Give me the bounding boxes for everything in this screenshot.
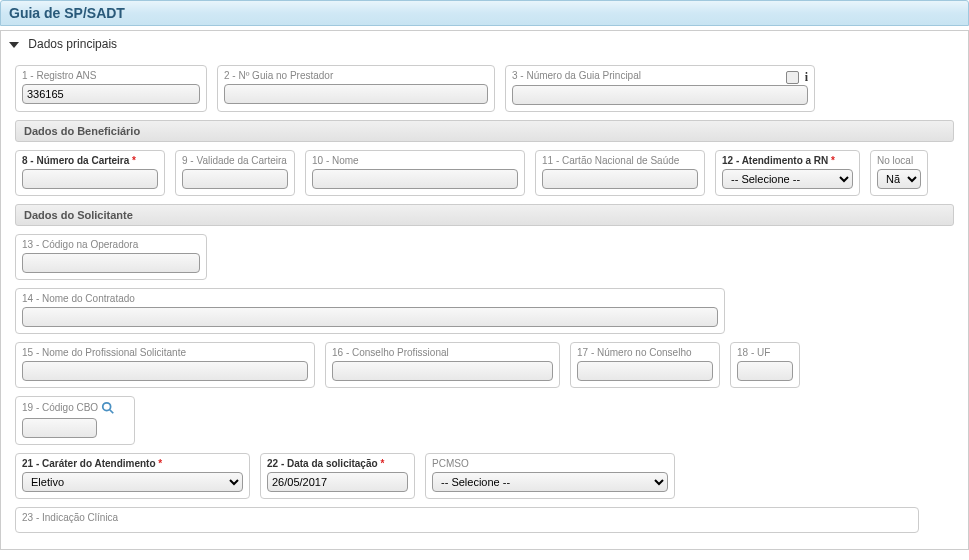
cns-input[interactable] bbox=[542, 169, 698, 189]
guia-principal-checkbox[interactable] bbox=[786, 71, 799, 84]
section-dados-principais: Dados principais 1 - Registro ANS 2 - Nº… bbox=[0, 30, 969, 550]
numero-carteira-input[interactable] bbox=[22, 169, 158, 189]
field-validade-carteira: 9 - Validade da Carteira bbox=[175, 150, 295, 196]
field-codigo-cbo: 19 - Código CBO bbox=[15, 396, 135, 445]
field-uf: 18 - UF bbox=[730, 342, 800, 388]
field-label: 8 - Número da Carteira * bbox=[22, 155, 158, 166]
field-label-text: 3 - Número da Guia Principal bbox=[512, 70, 641, 81]
field-atendimento-rn: 12 - Atendimento a RN * -- Selecione -- bbox=[715, 150, 860, 196]
n-guia-prestador-input[interactable] bbox=[224, 84, 488, 104]
field-label: 23 - Indicação Clínica bbox=[22, 512, 912, 523]
field-label: 12 - Atendimento a RN * bbox=[722, 155, 853, 166]
field-nome-contratado: 14 - Nome do Contratado bbox=[15, 288, 725, 334]
field-label: 1 - Registro ANS bbox=[22, 70, 200, 81]
field-pcmso: PCMSO -- Selecione -- bbox=[425, 453, 675, 499]
uf-input[interactable] bbox=[737, 361, 793, 381]
field-label: 22 - Data da solicitação * bbox=[267, 458, 408, 469]
atendimento-rn-select[interactable]: -- Selecione -- bbox=[722, 169, 853, 189]
carater-atendimento-select[interactable]: Eletivo bbox=[22, 472, 243, 492]
field-cns: 11 - Cartão Nacional de Saúde bbox=[535, 150, 705, 196]
search-icon[interactable] bbox=[101, 402, 115, 413]
field-conselho-profissional: 16 - Conselho Profissional bbox=[325, 342, 560, 388]
page-title: Guia de SP/SADT bbox=[0, 0, 969, 26]
nome-contratado-input[interactable] bbox=[22, 307, 718, 327]
field-label: PCMSO bbox=[432, 458, 668, 469]
field-label: 15 - Nome do Profissional Solicitante bbox=[22, 347, 308, 358]
field-registro-ans: 1 - Registro ANS bbox=[15, 65, 207, 112]
field-label: 2 - Nº Guia no Prestador bbox=[224, 70, 488, 81]
field-nome: 10 - Nome bbox=[305, 150, 525, 196]
section-title: Dados principais bbox=[28, 37, 117, 51]
field-label: 10 - Nome bbox=[312, 155, 518, 166]
field-label: 18 - UF bbox=[737, 347, 793, 358]
field-n-guia-principal: 3 - Número da Guia Principal i bbox=[505, 65, 815, 112]
required-marker: * bbox=[380, 458, 384, 469]
pcmso-select[interactable]: -- Selecione -- bbox=[432, 472, 668, 492]
registro-ans-input[interactable] bbox=[22, 84, 200, 104]
chevron-down-icon bbox=[9, 42, 19, 48]
codigo-cbo-input[interactable] bbox=[22, 418, 97, 438]
field-label: 17 - Número no Conselho bbox=[577, 347, 713, 358]
nome-input[interactable] bbox=[312, 169, 518, 189]
section-toggle-dados-principais[interactable]: Dados principais bbox=[1, 31, 968, 57]
subsection-beneficiario: Dados do Beneficiário bbox=[15, 120, 954, 142]
field-label: 14 - Nome do Contratado bbox=[22, 293, 718, 304]
field-label: 19 - Código CBO bbox=[22, 401, 128, 415]
required-marker: * bbox=[831, 155, 835, 166]
no-local-select[interactable]: Não bbox=[877, 169, 921, 189]
codigo-operadora-input[interactable] bbox=[22, 253, 200, 273]
required-marker: * bbox=[132, 155, 136, 166]
field-label: 16 - Conselho Profissional bbox=[332, 347, 553, 358]
n-guia-principal-input[interactable] bbox=[512, 85, 808, 105]
field-label: 11 - Cartão Nacional de Saúde bbox=[542, 155, 698, 166]
field-codigo-operadora: 13 - Código na Operadora bbox=[15, 234, 207, 280]
validade-carteira-input[interactable] bbox=[182, 169, 288, 189]
svg-line-1 bbox=[110, 410, 114, 414]
field-carater-atendimento: 21 - Caráter do Atendimento * Eletivo bbox=[15, 453, 250, 499]
nome-profissional-input[interactable] bbox=[22, 361, 308, 381]
field-no-local: No local Não bbox=[870, 150, 928, 196]
field-nome-profissional: 15 - Nome do Profissional Solicitante bbox=[15, 342, 315, 388]
field-label: No local bbox=[877, 155, 921, 166]
numero-conselho-input[interactable] bbox=[577, 361, 713, 381]
info-icon[interactable]: i bbox=[805, 70, 808, 84]
field-label: 3 - Número da Guia Principal i bbox=[512, 70, 808, 81]
svg-point-0 bbox=[103, 403, 111, 411]
section-body: 1 - Registro ANS 2 - Nº Guia no Prestado… bbox=[1, 57, 968, 549]
conselho-profissional-input[interactable] bbox=[332, 361, 553, 381]
field-numero-conselho: 17 - Número no Conselho bbox=[570, 342, 720, 388]
field-n-guia-prestador: 2 - Nº Guia no Prestador bbox=[217, 65, 495, 112]
subsection-solicitante: Dados do Solicitante bbox=[15, 204, 954, 226]
data-solicitacao-input[interactable] bbox=[267, 472, 408, 492]
field-data-solicitacao: 22 - Data da solicitação * bbox=[260, 453, 415, 499]
required-marker: * bbox=[158, 458, 162, 469]
field-indicacao-clinica: 23 - Indicação Clínica bbox=[15, 507, 919, 533]
field-label: 21 - Caráter do Atendimento * bbox=[22, 458, 243, 469]
field-label: 9 - Validade da Carteira bbox=[182, 155, 288, 166]
field-label: 13 - Código na Operadora bbox=[22, 239, 200, 250]
field-numero-carteira: 8 - Número da Carteira * bbox=[15, 150, 165, 196]
